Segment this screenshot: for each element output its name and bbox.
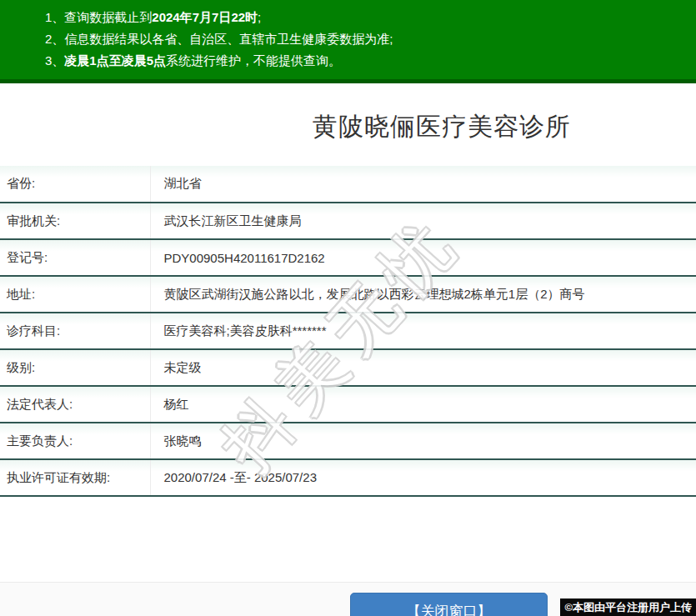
row-label: 法定代表人: bbox=[0, 386, 150, 423]
row-label: 省份: bbox=[0, 166, 150, 203]
table-row-registration-number: 登记号: PDY00905H42011617D2162 bbox=[0, 239, 696, 276]
notice-1-num: 1、 bbox=[45, 10, 64, 24]
notice-1-post: ; bbox=[258, 10, 261, 24]
row-value: 2020/07/24 -至- 2025/07/23 bbox=[150, 459, 696, 496]
notice-1-bold: 2024年7月7日22时 bbox=[152, 10, 258, 24]
notice-bar: 1、查询数据截止到2024年7月7日22时; 2、信息数据结果以各省、自治区、直… bbox=[0, 0, 696, 83]
close-window-button[interactable]: 【关闭窗口】 bbox=[350, 593, 548, 616]
row-value: 张晓鸣 bbox=[150, 423, 696, 459]
notice-3-num: 3、 bbox=[45, 53, 64, 68]
notice-2-num: 2、 bbox=[45, 32, 64, 46]
row-label: 主要负责人: bbox=[0, 423, 150, 459]
row-label: 执业许可证有效期: bbox=[0, 459, 150, 496]
row-value: 湖北省 bbox=[150, 166, 696, 203]
table-row-legal-representative: 法定代表人: 杨红 bbox=[0, 386, 696, 423]
notice-line-1: 1、查询数据截止到2024年7月7日22时; bbox=[45, 7, 679, 28]
table-row-medical-subjects: 诊疗科目: 医疗美容科;美容皮肤科******* bbox=[0, 313, 696, 349]
table-row-level: 级别: 未定级 bbox=[0, 349, 696, 386]
row-value: 未定级 bbox=[150, 349, 696, 386]
row-label: 审批机关: bbox=[0, 203, 150, 239]
notice-3-post: 系统进行维护，不能提供查询。 bbox=[166, 53, 341, 68]
institution-info-table: 省份: 湖北省 审批机关: 武汉长江新区卫生健康局 登记号: PDY00905H… bbox=[0, 166, 696, 497]
table-row-license-validity: 执业许可证有效期: 2020/07/24 -至- 2025/07/23 bbox=[0, 459, 696, 496]
notice-3-bold: 凌晨1点至凌晨5点 bbox=[64, 53, 166, 68]
row-value: 黄陂区武湖街汉施公路以北，发展北路以西彩云理想城2栋单元1层（2）商号 bbox=[150, 276, 696, 313]
notice-line-3: 3、凌晨1点至凌晨5点系统进行维护，不能提供查询。 bbox=[45, 50, 679, 72]
row-value: 医疗美容科;美容皮肤科******* bbox=[150, 313, 696, 349]
upload-credit-badge: ©本图由平台注册用户上传 bbox=[560, 598, 696, 616]
notice-1-text: 查询数据截止到 bbox=[64, 10, 152, 24]
row-label: 登记号: bbox=[0, 239, 150, 276]
page-title: 黄陂晓俪医疗美容诊所 bbox=[0, 110, 696, 144]
row-value: 杨红 bbox=[150, 386, 696, 423]
notice-2-text: 信息数据结果以各省、自治区、直辖市卫生健康委数据为准; bbox=[64, 32, 393, 46]
row-value: PDY00905H42011617D2162 bbox=[150, 239, 696, 276]
row-label: 级别: bbox=[0, 349, 150, 386]
table-row-main-person-in-charge: 主要负责人: 张晓鸣 bbox=[0, 423, 696, 459]
table-row-province: 省份: 湖北省 bbox=[0, 166, 696, 203]
table-row-address: 地址: 黄陂区武湖街汉施公路以北，发展北路以西彩云理想城2栋单元1层（2）商号 bbox=[0, 276, 696, 313]
query-result-page: { "notice_bar": { "lines": [ { "num": "1… bbox=[0, 0, 696, 616]
table-row-approval-authority: 审批机关: 武汉长江新区卫生健康局 bbox=[0, 203, 696, 239]
row-value: 武汉长江新区卫生健康局 bbox=[150, 203, 696, 239]
row-label: 地址: bbox=[0, 276, 150, 313]
notice-line-2: 2、信息数据结果以各省、自治区、直辖市卫生健康委数据为准; bbox=[45, 28, 679, 50]
row-label: 诊疗科目: bbox=[0, 313, 150, 349]
